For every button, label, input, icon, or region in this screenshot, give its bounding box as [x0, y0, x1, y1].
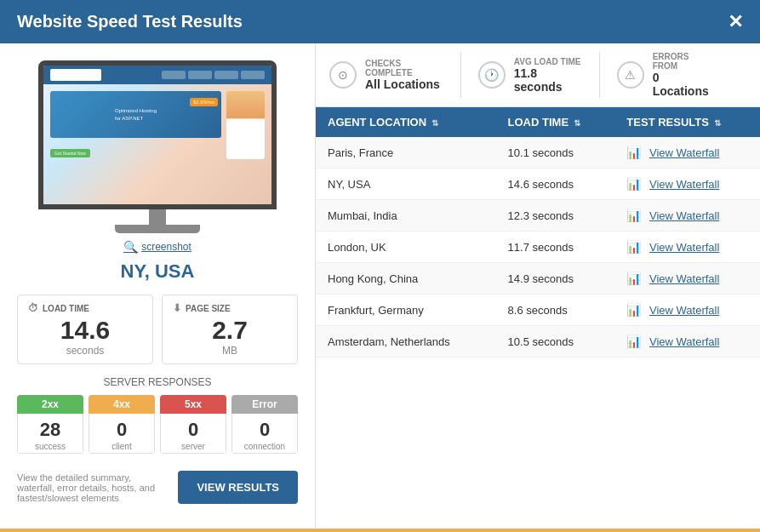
- view-waterfall-link[interactable]: View Waterfall: [649, 146, 719, 159]
- monitor-stand: [38, 209, 277, 233]
- screen-header: [43, 66, 271, 84]
- page-size-value: 2.7: [212, 317, 248, 343]
- resp-code-label: client: [93, 442, 151, 451]
- load-time-value: 14.6: [60, 317, 110, 343]
- table-cell-location: Mumbai, India: [316, 200, 496, 232]
- view-waterfall-link[interactable]: View Waterfall: [649, 304, 719, 317]
- table-cell-loadtime: 14.9 seconds: [496, 263, 615, 295]
- table-row: NY, USA 14.6 seconds 📊 View Waterfall: [316, 169, 760, 200]
- monitor: Optimized Hostingfor ASP.NET $2.95/mo Ge…: [38, 60, 277, 209]
- bar-chart-icon: 📊: [626, 272, 641, 285]
- view-waterfall-link[interactable]: View Waterfall: [649, 272, 719, 285]
- table-header-row: AGENT LOCATION⇅LOAD TIME⇅TEST RESULTS⇅: [316, 107, 760, 137]
- table-cell-loadtime: 11.7 seconds: [496, 232, 615, 263]
- monitor-wrap: Optimized Hostingfor ASP.NET $2.95/mo Ge…: [38, 60, 277, 233]
- screen-left-col: Optimized Hostingfor ASP.NET $2.95/mo Ge…: [50, 91, 221, 159]
- table-header: AGENT LOCATION⇅LOAD TIME⇅TEST RESULTS⇅: [316, 107, 760, 137]
- resp-code-header: 2xx: [17, 395, 83, 414]
- page-size-label-row: ⬇ PAGE SIZE: [173, 302, 231, 314]
- view-waterfall-link[interactable]: View Waterfall: [649, 178, 719, 191]
- resp-code-label: server: [164, 442, 222, 451]
- screen-content: Optimized Hostingfor ASP.NET $2.95/mo Ge…: [43, 84, 271, 166]
- resp-code-box: Error 0 connection: [231, 395, 298, 454]
- view-results-button[interactable]: VIEW RESULTS: [178, 471, 298, 504]
- screen-person-img: [226, 91, 265, 159]
- table-cell-results: 📊 View Waterfall: [614, 137, 760, 169]
- resp-code-count: 0: [164, 419, 222, 441]
- view-results-desc: View the detailed summary, waterfall, er…: [17, 472, 164, 503]
- stats-row: ⏱ LOAD TIME 14.6 seconds ⬇ PAGE SIZE 2.7…: [17, 295, 298, 364]
- resp-code-count: 28: [21, 419, 79, 441]
- resp-code-body: 0 connection: [231, 414, 298, 454]
- modal-title: Website Speed Test Results: [17, 12, 243, 31]
- table-cell-location: NY, USA: [316, 169, 496, 200]
- summary-icon-1: 🕐: [478, 61, 506, 89]
- col-header-label: AGENT LOCATION: [328, 116, 426, 129]
- bar-chart-icon: 📊: [626, 240, 641, 254]
- view-waterfall-link[interactable]: View Waterfall: [649, 241, 719, 254]
- resp-code-box: 2xx 28 success: [17, 395, 83, 454]
- table-cell-results: 📊 View Waterfall: [614, 295, 760, 326]
- camera-icon: 🔍: [123, 240, 138, 254]
- monitor-base: [115, 225, 200, 233]
- resp-code-body: 0 server: [160, 414, 226, 454]
- table-row: Paris, France 10.1 seconds 📊 View Waterf…: [316, 137, 760, 169]
- clock-icon: ⏱: [28, 302, 38, 314]
- table-row: Frankfurt, Germany 8.6 seconds 📊 View Wa…: [316, 295, 760, 326]
- sort-icon: ⇅: [714, 118, 721, 128]
- download-icon: ⬇: [173, 302, 181, 314]
- table-cell-loadtime: 10.5 seconds: [496, 326, 615, 358]
- left-panel-content: Optimized Hostingfor ASP.NET $2.95/mo Ge…: [0, 43, 315, 471]
- table-row: Mumbai, India 12.3 seconds 📊 View Waterf…: [316, 200, 760, 232]
- resp-codes-row: 2xx 28 success 4xx 0 client 5xx 0 server…: [17, 395, 298, 454]
- orange-bottom-bar: [0, 529, 760, 532]
- table-cell-results: 📊 View Waterfall: [614, 232, 760, 263]
- summary-text-col: AVG LOAD TIME 11.8 seconds: [514, 57, 582, 94]
- load-time-label-row: ⏱ LOAD TIME: [28, 302, 89, 314]
- left-panel: Optimized Hostingfor ASP.NET $2.95/mo Ge…: [0, 43, 315, 532]
- screen-banner: Optimized Hostingfor ASP.NET $2.95/mo: [50, 91, 221, 138]
- summary-label: AVG LOAD TIME: [514, 57, 582, 66]
- table-cell-location: London, UK: [316, 232, 496, 263]
- table-row: Hong Kong, China 14.9 seconds 📊 View Wat…: [316, 263, 760, 295]
- bar-chart-icon: 📊: [626, 335, 641, 348]
- monitor-neck: [149, 209, 166, 225]
- modal-body: Optimized Hostingfor ASP.NET $2.95/mo Ge…: [0, 43, 760, 532]
- bar-chart-icon: 📊: [626, 303, 641, 317]
- page-size-label: PAGE SIZE: [186, 304, 231, 313]
- resp-code-count: 0: [93, 419, 151, 441]
- table-cell-results: 📊 View Waterfall: [614, 200, 760, 232]
- results-data-table: AGENT LOCATION⇅LOAD TIME⇅TEST RESULTS⇅ P…: [316, 107, 760, 358]
- view-waterfall-link[interactable]: View Waterfall: [649, 209, 719, 222]
- table-col-header[interactable]: AGENT LOCATION⇅: [316, 107, 496, 137]
- summary-icon-0: ⊙: [329, 61, 357, 89]
- summary-value: 11.8 seconds: [514, 66, 582, 94]
- table-cell-loadtime: 8.6 seconds: [496, 295, 615, 326]
- table-cell-loadtime: 10.1 seconds: [496, 137, 615, 169]
- view-waterfall-link[interactable]: View Waterfall: [649, 335, 719, 348]
- table-row: London, UK 11.7 seconds 📊 View Waterfall: [316, 232, 760, 263]
- page-size-box: ⬇ PAGE SIZE 2.7 MB: [162, 295, 298, 364]
- close-button[interactable]: ✕: [728, 13, 743, 31]
- table-cell-results: 📊 View Waterfall: [614, 326, 760, 358]
- table-cell-location: Frankfurt, Germany: [316, 295, 496, 326]
- bar-chart-icon: 📊: [626, 146, 641, 159]
- right-panel: ⊙ CHECKS COMPLETE All Locations 🕐 AVG LO…: [315, 43, 760, 532]
- modal-header: Website Speed Test Results ✕: [0, 0, 760, 43]
- screenshot-link[interactable]: 🔍 screenshot: [123, 240, 191, 254]
- resp-code-count: 0: [236, 419, 294, 441]
- table-cell-location: Paris, France: [316, 137, 496, 169]
- summary-label: CHECKS COMPLETE: [365, 59, 443, 77]
- resp-code-label: connection: [236, 442, 294, 451]
- screen-nav-item: [241, 71, 265, 79]
- resp-code-header: 5xx: [160, 395, 226, 414]
- table-cell-loadtime: 12.3 seconds: [496, 200, 615, 232]
- table-col-header[interactable]: TEST RESULTS⇅: [614, 107, 760, 137]
- table-col-header[interactable]: LOAD TIME⇅: [496, 107, 615, 137]
- col-header-label: LOAD TIME: [508, 116, 569, 129]
- col-header-label: TEST RESULTS: [626, 116, 709, 129]
- modal-container: Website Speed Test Results ✕: [0, 0, 760, 532]
- server-responses-section: SERVER RESPONSES 2xx 28 success 4xx 0 cl…: [17, 376, 298, 454]
- summary-value: All Locations: [365, 77, 443, 91]
- summary-text-col: CHECKS COMPLETE All Locations: [365, 59, 443, 91]
